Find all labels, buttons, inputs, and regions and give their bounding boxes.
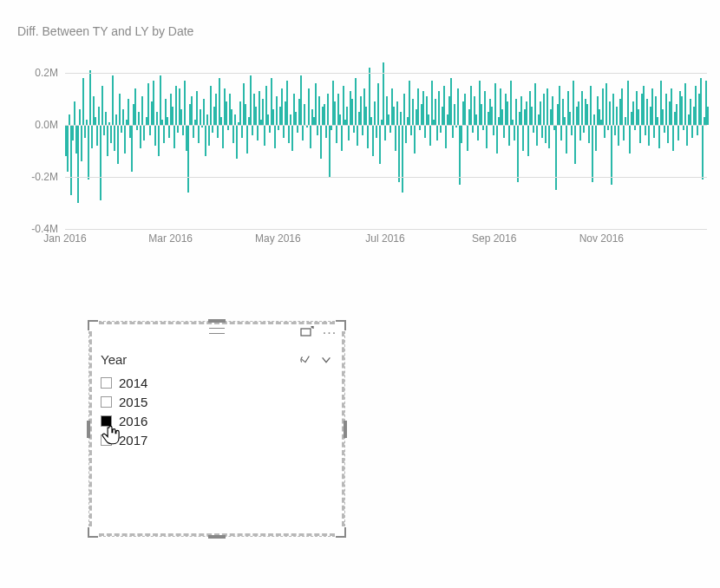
checkbox-icon[interactable] (101, 434, 112, 446)
y-tick-label: 0.2M (35, 67, 58, 79)
y-tick-label: 0.0M (35, 119, 58, 131)
checkbox-icon[interactable] (101, 415, 112, 427)
clear-selection-icon[interactable] (298, 353, 312, 367)
x-tick-label: Jan 2016 (43, 232, 86, 245)
chart-plot-area: -0.4M-0.2M0.0M0.2M (65, 47, 707, 229)
chevron-down-icon[interactable] (319, 353, 333, 367)
x-tick-label: Nov 2016 (579, 232, 624, 245)
slicer-item-2016[interactable]: 2016 (101, 411, 333, 430)
x-tick-label: May 2016 (255, 232, 301, 245)
slicer-item-2017[interactable]: 2017 (101, 430, 333, 449)
slicer-item-label: 2016 (119, 414, 147, 428)
gridline (65, 177, 707, 178)
gridline (65, 73, 707, 74)
checkbox-icon[interactable] (101, 396, 112, 408)
more-options-icon[interactable]: ··· (323, 326, 337, 340)
svg-rect-0 (301, 329, 311, 336)
chart-x-axis: Jan 2016Mar 2016May 2016Jul 2016Sep 2016… (65, 232, 707, 248)
slicer-item-label: 2014 (119, 376, 147, 390)
x-tick-label: Mar 2016 (148, 232, 193, 245)
drag-grip-icon[interactable] (209, 328, 225, 334)
gridline (65, 229, 707, 230)
chart-title: Diff. Between TY and LY by Date (17, 24, 707, 38)
slicer-field-label: Year (101, 352, 127, 367)
slicer-item-2015[interactable]: 2015 (101, 392, 333, 411)
x-tick-label: Sep 2016 (472, 232, 516, 245)
y-tick-label: -0.2M (31, 171, 58, 183)
checkbox-icon[interactable] (101, 377, 112, 389)
slicer-item-2014[interactable]: 2014 (101, 373, 333, 392)
year-slicer[interactable]: ··· Year 2014201520162017 (88, 321, 345, 537)
focus-mode-icon[interactable] (300, 326, 314, 340)
slicer-item-label: 2017 (119, 433, 147, 448)
slicer-item-label: 2015 (119, 395, 147, 409)
chart-visual: Diff. Between TY and LY by Date -0.4M-0.… (17, 24, 707, 248)
x-tick-label: Jul 2016 (365, 232, 404, 245)
gridline (65, 125, 707, 126)
